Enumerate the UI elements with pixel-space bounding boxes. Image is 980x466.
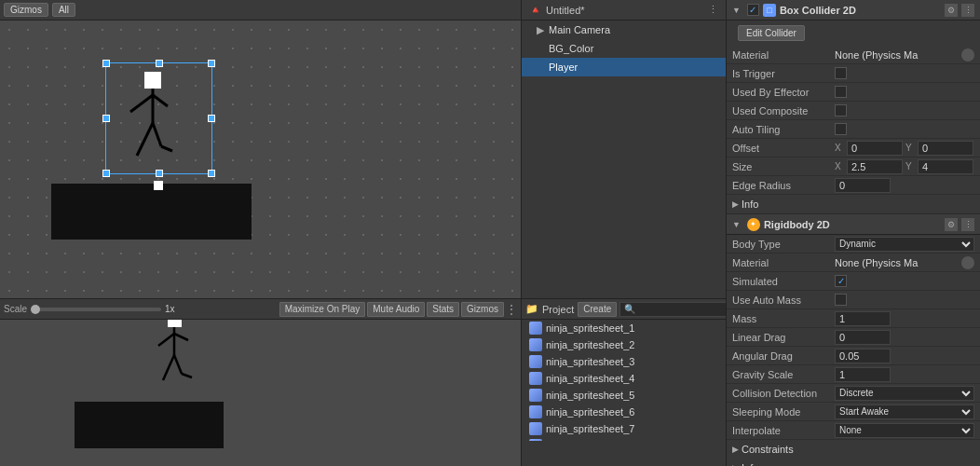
stats-button[interactable]: Stats [427,302,459,317]
rigidbody-info-row[interactable]: ▶ Info [727,459,980,466]
gizmos-button[interactable]: Gizmos [4,3,48,17]
mass-input[interactable] [835,311,891,326]
box-collider-info-row[interactable]: ▶ Info [727,195,980,213]
scale-track[interactable] [31,308,161,311]
project-list: ninja_spritesheet_1 ninja_spritesheet_2 … [522,320,726,441]
interpolate-select[interactable]: None Interpolate Extrapolate [835,423,974,438]
svg-line-5 [153,123,161,146]
project-item-4[interactable]: ninja_spritesheet_4 [522,370,726,387]
handle-bl[interactable] [102,170,110,177]
body-type-row: Body Type Dynamic Kinematic Static [727,235,980,254]
linear-drag-input[interactable] [835,330,891,345]
svg-rect-0 [144,72,161,89]
handle-tr[interactable] [208,60,215,67]
project-item-2[interactable]: ninja_spritesheet_2 [522,336,726,353]
collision-detection-select[interactable]: Discrete Continuous [835,386,974,401]
simulated-checkbox[interactable] [835,275,847,287]
constraints-label: Constraints [742,444,794,455]
size-x-axis: X [835,161,844,171]
box-collider-arrow: ▼ [732,6,741,15]
hierarchy-item-label: Player [549,62,578,73]
handle-tm[interactable] [156,60,163,67]
constraints-row[interactable]: ▶ Constraints [727,440,980,459]
project-item-3[interactable]: ninja_spritesheet_3 [522,353,726,370]
edge-radius-input[interactable] [835,178,891,193]
maximize-on-play-button[interactable]: Maximize On Play [279,302,366,317]
box-collider-menu-button[interactable]: ⋮ [961,4,974,17]
project-search-box[interactable]: 🔍 [619,302,726,317]
handle-br[interactable] [208,170,215,177]
hierarchy-item-player[interactable]: Player [522,58,726,76]
hierarchy-list: ▶ Main Camera BG_Color Player [522,21,726,76]
box-collider-settings-button[interactable]: ⚙ [945,4,958,17]
hierarchy-item-label: Main Camera [549,24,610,35]
used-by-effector-checkbox[interactable] [835,86,847,98]
simulated-row: Simulated [727,272,980,291]
project-item-1[interactable]: ninja_spritesheet_1 [522,320,726,336]
project-item-6[interactable]: ninja_spritesheet_6 [522,404,726,420]
hierarchy-title: Untitled* [546,5,585,16]
project-item-8[interactable]: ninja_spritesheet_8 [522,437,726,441]
arrow-main-camera: ▶ [537,24,546,36]
gravity-scale-input[interactable] [835,367,891,382]
body-type-select[interactable]: Dynamic Kinematic Static [835,237,974,252]
ground-block [51,184,252,240]
scale-value: 1x [165,304,175,314]
use-auto-mass-checkbox[interactable] [835,294,847,306]
box-collider-enabled-checkbox[interactable] [747,4,759,16]
auto-tiling-checkbox[interactable] [835,123,847,135]
offset-fields: X Y [835,141,974,156]
angular-drag-input[interactable] [835,349,891,363]
sleeping-mode-select[interactable]: Start Awake Start Asleep Never Sleep [835,404,974,419]
edit-collider-row: Edit Collider [727,21,980,46]
box-collider-info-label: Info [742,199,758,210]
game-toolbar: Scale 1x Maximize On Play Mute Audio Sta… [0,299,521,320]
svg-line-10 [174,334,188,340]
size-y-input[interactable] [918,159,973,174]
gizmos-game-button[interactable]: Gizmos [461,302,504,317]
project-item-7[interactable]: ninja_spritesheet_7 [522,420,726,437]
box-collider-section: ▼ □ Box Collider 2D ⚙ ⋮ Edit Collider Ma… [727,0,980,214]
project-item-5[interactable]: ninja_spritesheet_5 [522,387,726,404]
game-view: Scale 1x Maximize On Play Mute Audio Sta… [0,298,521,466]
sprite-icon [529,322,542,335]
mute-audio-button[interactable]: Mute Audio [367,302,425,317]
all-button[interactable]: All [52,3,75,17]
hierarchy-menu-icon[interactable]: ⋮ [708,4,718,16]
offset-y-input[interactable] [918,141,973,156]
hierarchy-item-bg-color[interactable]: BG_Color [522,39,726,58]
sprite-icon [529,355,542,368]
edit-collider-button[interactable]: Edit Collider [738,25,805,41]
handle-mr[interactable] [208,115,215,122]
size-label: Size [732,161,835,172]
sprite-icon [529,372,542,385]
material-pick-button[interactable] [961,48,974,62]
hierarchy-item-main-camera[interactable]: ▶ Main Camera [522,21,726,39]
rb-material-pick-button[interactable] [961,256,974,269]
handle-ml[interactable] [102,115,110,122]
project-item-name: ninja_spritesheet_7 [546,423,634,434]
is-trigger-checkbox[interactable] [835,67,847,79]
box-collider-header[interactable]: ▼ □ Box Collider 2D ⚙ ⋮ [727,0,980,21]
used-by-composite-checkbox[interactable] [835,104,847,116]
sprite-icon [529,405,542,418]
size-x-input[interactable] [847,159,903,174]
game-menu-icon[interactable]: ⋮ [506,303,517,316]
scale-thumb[interactable] [31,305,40,314]
info-chevron: ▶ [732,199,739,209]
handle-tl[interactable] [102,60,110,67]
project-search-input[interactable] [638,304,726,314]
rigidbody-section: ▼ ✦ Rigidbody 2D ⚙ ⋮ Body Type Dynamic K… [727,214,980,466]
rigidbody-menu-button[interactable]: ⋮ [961,218,974,231]
offset-x-input[interactable] [847,141,903,156]
rigidbody-header[interactable]: ▼ ✦ Rigidbody 2D ⚙ ⋮ [727,214,980,235]
project-create-button[interactable]: Create [578,302,617,317]
game-ground [75,402,224,448]
rb-material-label: Material [732,257,835,268]
project-item-name: ninja_spritesheet_4 [546,373,634,384]
angular-drag-row: Angular Drag [727,347,980,365]
arrow-player [537,62,546,73]
sprite-icon [529,338,542,351]
rigidbody-icon: ✦ [747,218,760,231]
rigidbody-settings-button[interactable]: ⚙ [945,218,958,231]
